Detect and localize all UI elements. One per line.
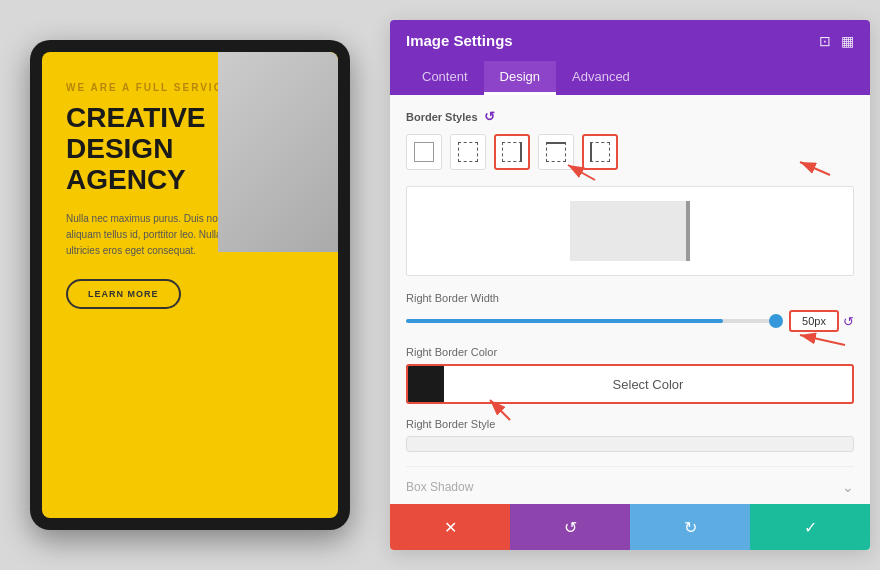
box-shadow-label: Box Shadow bbox=[406, 480, 473, 494]
border-style-dropdown[interactable] bbox=[406, 436, 854, 452]
border-style-top-dashed-button[interactable] bbox=[538, 134, 574, 170]
border-width-label: Right Border Width bbox=[406, 292, 854, 304]
border-width-input[interactable] bbox=[789, 310, 839, 332]
tab-design[interactable]: Design bbox=[484, 61, 556, 95]
preview-inner bbox=[570, 201, 690, 261]
panel-title: Image Settings bbox=[406, 32, 513, 49]
panel-header: Image Settings ⊡ ▦ bbox=[390, 20, 870, 61]
tab-content[interactable]: Content bbox=[406, 61, 484, 95]
panel-footer: ✕ ↺ ↻ ✓ bbox=[390, 504, 870, 550]
confirm-button[interactable]: ✓ bbox=[750, 504, 870, 550]
cancel-button[interactable]: ✕ bbox=[390, 504, 510, 550]
tablet-area: WE ARE A FULL SERVICE CREATIVE DESIGN AG… bbox=[10, 0, 370, 570]
slider-value-box: ↺ bbox=[789, 310, 854, 332]
slider-row: ↺ bbox=[406, 310, 854, 332]
slider-track[interactable] bbox=[406, 319, 779, 323]
redo-button[interactable]: ↻ bbox=[630, 504, 750, 550]
border-color-field: Right Border Color Select Color bbox=[406, 346, 854, 404]
chevron-down-icon: ⌄ bbox=[842, 479, 854, 495]
tablet-screen: WE ARE A FULL SERVICE CREATIVE DESIGN AG… bbox=[42, 52, 338, 518]
color-select-label: Select Color bbox=[444, 377, 852, 392]
border-style-field: Right Border Style bbox=[406, 418, 854, 452]
border-style-none-button[interactable] bbox=[406, 134, 442, 170]
undo-button[interactable]: ↺ bbox=[510, 504, 630, 550]
main-container: WE ARE A FULL SERVICE CREATIVE DESIGN AG… bbox=[0, 0, 880, 570]
panel-tabs: Content Design Advanced bbox=[390, 61, 870, 95]
tablet-image bbox=[218, 52, 338, 252]
tablet-mockup: WE ARE A FULL SERVICE CREATIVE DESIGN AG… bbox=[30, 40, 350, 530]
border-color-label: Right Border Color bbox=[406, 346, 854, 358]
settings-panel: Image Settings ⊡ ▦ Content Design Advanc… bbox=[390, 20, 870, 550]
border-styles-section: Border Styles ↺ bbox=[406, 109, 854, 124]
border-style-dashed-button[interactable] bbox=[450, 134, 486, 170]
border-styles-row bbox=[406, 134, 854, 170]
border-style-label: Right Border Style bbox=[406, 418, 854, 430]
box-shadow-row[interactable]: Box Shadow ⌄ bbox=[406, 466, 854, 504]
border-styles-reset-icon[interactable]: ↺ bbox=[484, 109, 495, 124]
slider-thumb[interactable] bbox=[769, 314, 783, 328]
border-style-right-solid-button[interactable] bbox=[494, 134, 530, 170]
expand-icon[interactable]: ⊡ bbox=[819, 33, 831, 49]
panel-header-icons: ⊡ ▦ bbox=[819, 33, 854, 49]
panel-body: Border Styles ↺ bbox=[390, 95, 870, 504]
layout-icon[interactable]: ▦ bbox=[841, 33, 854, 49]
tablet-learn-more-button[interactable]: LEARN MORE bbox=[66, 279, 181, 309]
color-picker-button[interactable]: Select Color bbox=[406, 364, 854, 404]
border-style-left-solid-button[interactable] bbox=[582, 134, 618, 170]
border-width-reset-icon[interactable]: ↺ bbox=[843, 314, 854, 329]
tab-advanced[interactable]: Advanced bbox=[556, 61, 646, 95]
border-width-field: Right Border Width ↺ bbox=[406, 292, 854, 332]
border-preview-box bbox=[406, 186, 854, 276]
slider-fill bbox=[406, 319, 723, 323]
color-swatch bbox=[408, 366, 444, 402]
